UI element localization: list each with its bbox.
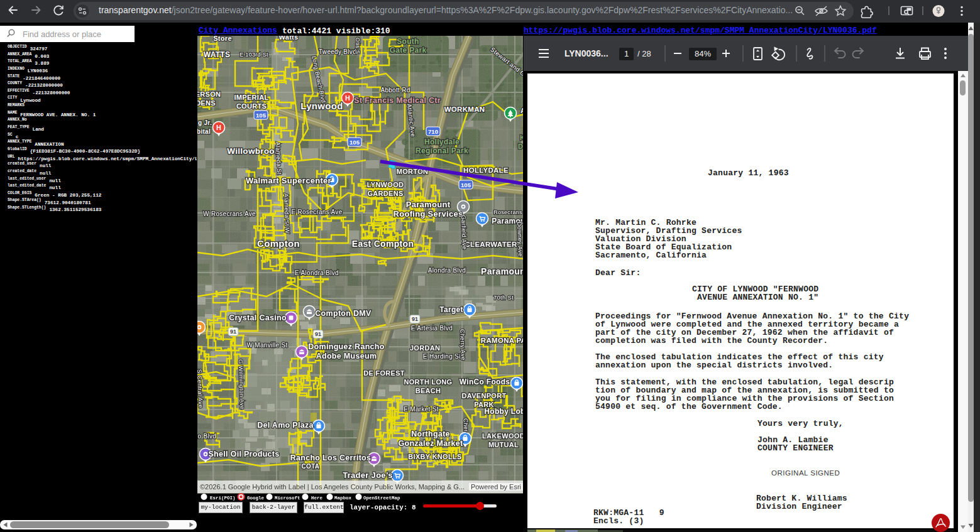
svg-text:E Artesia Blvd: E Artesia Blvd bbox=[411, 325, 453, 332]
svg-text:/ 28: / 28 bbox=[637, 49, 651, 58]
svg-text:BEACH: BEACH bbox=[416, 387, 441, 394]
svg-text:Walmart Supercenter: Walmart Supercenter bbox=[246, 176, 331, 185]
svg-text:mo Blvd: mo Blvd bbox=[197, 433, 216, 440]
svg-text:E 103rd St: E 103rd St bbox=[239, 52, 268, 58]
svg-text:WATTS: WATTS bbox=[204, 50, 231, 59]
svg-text:Rancho Los Cerritos: Rancho Los Cerritos bbox=[290, 453, 372, 462]
svg-text:NORTH LONG: NORTH LONG bbox=[404, 378, 453, 386]
svg-text:Shell Oil Products: Shell Oil Products bbox=[208, 450, 279, 459]
svg-text:Target: Target bbox=[439, 305, 463, 314]
svg-text:Paramount: Paramount bbox=[406, 200, 451, 209]
svg-text:WinCo Foods: WinCo Foods bbox=[460, 377, 510, 386]
svg-text:COURTS: COURTS bbox=[236, 102, 267, 110]
svg-text:BIXBY KNOLLS: BIXBY KNOLLS bbox=[408, 453, 461, 460]
svg-text:Abbott Rd: Abbott Rd bbox=[380, 87, 410, 94]
svg-text:Alameda St W: Alameda St W bbox=[283, 193, 291, 234]
svg-text:ERSON: ERSON bbox=[197, 90, 221, 98]
svg-text:LYN0036...: LYN0036... bbox=[564, 48, 608, 58]
svg-text:84%: 84% bbox=[695, 49, 711, 58]
svg-text:Roofing Services: Roofing Services bbox=[394, 209, 463, 219]
svg-text:E Harding St: E Harding St bbox=[423, 353, 461, 360]
svg-text:Lynwood: Lynwood bbox=[300, 100, 343, 111]
svg-text:S Central Ave: S Central Ave bbox=[197, 369, 204, 408]
svg-text:Compton DMV: Compton DMV bbox=[315, 309, 372, 318]
svg-text:Willowbrook: Willowbrook bbox=[227, 146, 280, 156]
svg-text:105: 105 bbox=[256, 112, 267, 119]
svg-text:91: 91 bbox=[315, 331, 321, 337]
svg-text:IMPERIAL: IMPERIAL bbox=[234, 94, 269, 101]
svg-text:MUTUAL: MUTUAL bbox=[488, 441, 519, 448]
svg-text:Mapbox: Mapbox bbox=[334, 496, 352, 501]
svg-text:Esri(POI): Esri(POI) bbox=[210, 496, 236, 501]
svg-text:Gonzalez Market: Gonzalez Market bbox=[398, 439, 463, 448]
svg-text:Crystal Casino: Crystal Casino bbox=[229, 313, 287, 322]
svg-text:Hobby Lob: Hobby Lob bbox=[484, 407, 523, 416]
svg-text:Store: Store bbox=[213, 36, 232, 42]
svg-text:70th St: 70th St bbox=[493, 294, 514, 301]
svg-text:Tweedy Blvd: Tweedy Blvd bbox=[319, 48, 356, 55]
svg-text:Microsoft: Microsoft bbox=[275, 496, 300, 501]
svg-text:Del Amo Plaza: Del Amo Plaza bbox=[257, 421, 314, 430]
svg-text:Hollydale: Hollydale bbox=[424, 138, 460, 146]
svg-text:E Rosecrans Ave: E Rosecrans Ave bbox=[291, 209, 342, 215]
svg-text:Otis S: Otis S bbox=[355, 38, 361, 54]
svg-text:Rosecrans: Rosecrans bbox=[493, 209, 522, 215]
svg-text:Do: Do bbox=[518, 143, 523, 150]
svg-text:CLEARWATER: CLEARWATER bbox=[465, 241, 517, 248]
svg-text:Trader Joe’s: Trader Joe’s bbox=[343, 470, 393, 480]
svg-text:OpenStreetMap: OpenStreetMap bbox=[363, 496, 400, 501]
svg-text:Ka: Ka bbox=[520, 134, 523, 141]
svg-text:JORDAN: JORDAN bbox=[410, 344, 440, 352]
svg-text:Here: Here bbox=[311, 496, 323, 501]
svg-text:Cher: Cher bbox=[463, 418, 470, 432]
svg-text:Gate Park: Gate Park bbox=[390, 46, 427, 55]
svg-text:Google: Google bbox=[247, 496, 265, 501]
svg-text:E Market St: E Market St bbox=[404, 406, 439, 413]
svg-text:DAVENPORT: DAVENPORT bbox=[462, 392, 507, 399]
svg-text:g Jr.: g Jr. bbox=[198, 119, 212, 126]
svg-text:E Alondra Blvd: E Alondra Blvd bbox=[295, 269, 339, 276]
svg-text:Cherry Ave: Cherry Ave bbox=[459, 329, 467, 361]
svg-text:A: A bbox=[520, 107, 523, 114]
svg-text:91: 91 bbox=[230, 328, 236, 335]
svg-text:St Francis Medical Ctr: St Francis Medical Ctr bbox=[354, 96, 441, 105]
svg-text:710: 710 bbox=[428, 128, 438, 135]
svg-text:Watts: Watts bbox=[278, 36, 298, 41]
svg-text:1: 1 bbox=[624, 49, 629, 58]
svg-text:COTA: COTA bbox=[302, 463, 320, 470]
svg-text:H: H bbox=[216, 124, 221, 131]
svg-text:W Manville St: W Manville St bbox=[246, 342, 287, 349]
svg-text:Northgate: Northgate bbox=[411, 430, 450, 438]
svg-text:DENS: DENS bbox=[197, 99, 216, 107]
svg-text:Alondra Blvd: Alondra Blvd bbox=[428, 267, 466, 274]
svg-text:DE FOREST: DE FOREST bbox=[363, 369, 405, 377]
svg-text:RAMONA PA: RAMONA PA bbox=[481, 337, 523, 344]
svg-text:Garfield Ave: Garfield Ave bbox=[460, 215, 468, 250]
svg-text:105: 105 bbox=[350, 139, 360, 146]
svg-text:WORKMAN: WORKMAN bbox=[444, 106, 485, 113]
svg-text:Compton: Compton bbox=[257, 238, 300, 249]
svg-text:W Rosecrans Ave: W Rosecrans Ave bbox=[203, 210, 256, 217]
svg-text:Paramount: Paramount bbox=[481, 266, 523, 276]
svg-text:LAKEWOOD: LAKEWOOD bbox=[482, 432, 523, 440]
svg-text:Dominguez Rancho: Dominguez Rancho bbox=[308, 342, 385, 351]
svg-text:bital: bital bbox=[197, 128, 211, 135]
svg-text:South: South bbox=[397, 37, 419, 46]
svg-text:H: H bbox=[345, 94, 350, 102]
svg-text:East Compton: East Compton bbox=[352, 239, 414, 249]
svg-text:91: 91 bbox=[412, 316, 418, 322]
svg-text:Adobe Museum: Adobe Museum bbox=[316, 352, 377, 361]
